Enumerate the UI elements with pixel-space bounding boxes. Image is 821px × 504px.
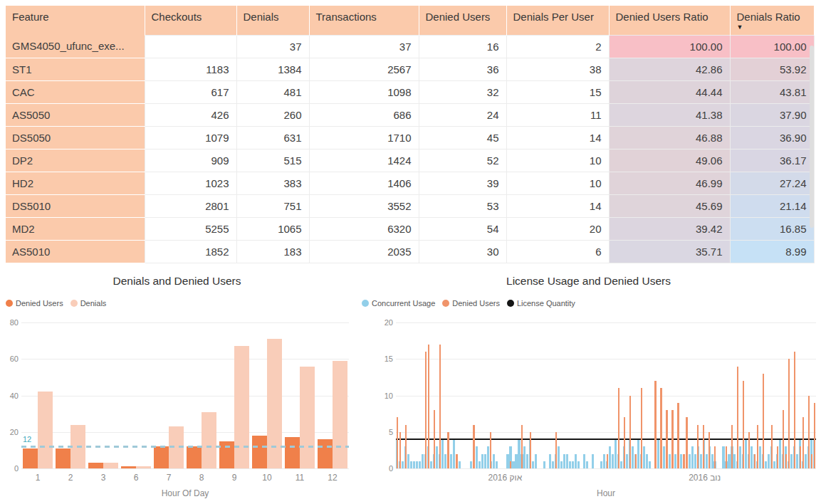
- denied-users-bar[interactable]: [757, 425, 758, 469]
- legend-item[interactable]: Denied Users: [6, 299, 63, 308]
- concurrent-usage-bar[interactable]: [416, 461, 418, 468]
- concurrent-usage-bar[interactable]: [453, 439, 455, 468]
- concurrent-usage-bar[interactable]: [643, 446, 645, 468]
- denied-users-bar[interactable]: [439, 345, 441, 468]
- concurrent-usage-bar[interactable]: [484, 454, 486, 469]
- denied-users-bar[interactable]: [708, 432, 710, 468]
- legend-item[interactable]: Denied Users: [442, 299, 500, 308]
- concurrent-usage-bar[interactable]: [603, 454, 605, 469]
- denied-users-bar[interactable]: [671, 410, 673, 468]
- denied-users-bar[interactable]: [399, 432, 401, 468]
- concurrent-usage-bar[interactable]: [796, 454, 798, 469]
- denied-users-bar[interactable]: [473, 425, 474, 469]
- concurrent-usage-bar[interactable]: [674, 454, 676, 469]
- denied-users-bar[interactable]: [510, 461, 511, 468]
- denied-users-bar[interactable]: [763, 374, 764, 468]
- denied-users-bar[interactable]: [252, 436, 267, 468]
- denied-users-bar[interactable]: [187, 446, 202, 468]
- concurrent-usage-bar[interactable]: [523, 446, 525, 468]
- concurrent-usage-bar[interactable]: [577, 461, 580, 468]
- concurrent-usage-bar[interactable]: [609, 446, 611, 468]
- concurrent-usage-bar[interactable]: [402, 461, 404, 468]
- concurrent-usage-bar[interactable]: [563, 454, 565, 469]
- concurrent-usage-bar[interactable]: [532, 461, 534, 468]
- concurrent-usage-bar[interactable]: [422, 454, 424, 469]
- denied-users-bar[interactable]: [808, 396, 810, 469]
- concurrent-usage-bar[interactable]: [790, 454, 793, 469]
- denied-users-bar[interactable]: [754, 454, 755, 469]
- concurrent-usage-bar[interactable]: [722, 446, 724, 468]
- concurrent-usage-bar[interactable]: [583, 454, 585, 469]
- concurrent-usage-bar[interactable]: [515, 454, 517, 469]
- concurrent-usage-bar[interactable]: [728, 454, 730, 469]
- denied-users-bar[interactable]: [654, 381, 656, 468]
- denied-users-bar[interactable]: [154, 446, 169, 468]
- denied-users-bar[interactable]: [743, 381, 744, 468]
- concurrent-usage-bar[interactable]: [444, 454, 446, 469]
- denials-bar[interactable]: [103, 463, 118, 468]
- denied-users-bar[interactable]: [802, 417, 804, 468]
- concurrent-usage-bar[interactable]: [549, 454, 551, 469]
- concurrent-usage-bar[interactable]: [543, 461, 545, 468]
- legend-item[interactable]: License Quantity: [507, 299, 575, 308]
- concurrent-usage-bar[interactable]: [479, 461, 481, 468]
- concurrent-usage-bar[interactable]: [632, 446, 634, 468]
- denied-users-bar[interactable]: [703, 425, 704, 469]
- concurrent-usage-bar[interactable]: [711, 454, 713, 469]
- denied-users-bar[interactable]: [697, 425, 699, 469]
- concurrent-usage-bar[interactable]: [506, 454, 508, 469]
- concurrent-usage-bar[interactable]: [637, 439, 639, 468]
- concurrent-usage-bar[interactable]: [518, 439, 520, 468]
- denials-bar[interactable]: [267, 339, 282, 468]
- concurrent-usage-bar[interactable]: [805, 454, 807, 469]
- denied-users-bar[interactable]: [814, 403, 815, 468]
- column-header-feature[interactable]: Feature: [6, 6, 145, 35]
- table-scrollbar[interactable]: [810, 46, 814, 228]
- concurrent-usage-bar[interactable]: [419, 461, 421, 468]
- denied-users-bar[interactable]: [641, 388, 642, 468]
- denied-users-bar[interactable]: [397, 417, 398, 468]
- denied-users-bar[interactable]: [490, 432, 491, 468]
- denied-users-bar[interactable]: [456, 454, 457, 469]
- denied-users-bar[interactable]: [56, 448, 70, 468]
- concurrent-usage-bar[interactable]: [689, 454, 691, 469]
- concurrent-usage-bar[interactable]: [765, 461, 767, 468]
- denied-users-bar[interactable]: [624, 417, 625, 468]
- denied-users-bar[interactable]: [285, 437, 300, 468]
- denials-bar[interactable]: [300, 367, 315, 469]
- concurrent-usage-bar[interactable]: [535, 454, 537, 469]
- concurrent-usage-bar[interactable]: [694, 454, 696, 469]
- denied-users-bar[interactable]: [521, 425, 523, 469]
- column-header-denials[interactable]: Denials: [236, 6, 309, 35]
- denied-users-bar[interactable]: [88, 463, 103, 468]
- concurrent-usage-bar[interactable]: [773, 461, 775, 468]
- concurrent-usage-bar[interactable]: [733, 454, 736, 469]
- concurrent-usage-bar[interactable]: [706, 454, 708, 469]
- denied-users-bar[interactable]: [447, 432, 449, 468]
- concurrent-usage-bar[interactable]: [552, 461, 554, 468]
- denied-users-bar[interactable]: [425, 352, 427, 468]
- concurrent-usage-bar[interactable]: [575, 454, 577, 469]
- column-header-denied-users[interactable]: Denied Users: [419, 6, 506, 35]
- concurrent-usage-bar[interactable]: [512, 461, 514, 468]
- denied-users-bar[interactable]: [783, 410, 784, 468]
- concurrent-usage-bar[interactable]: [572, 461, 574, 468]
- denied-users-bar[interactable]: [555, 432, 557, 468]
- concurrent-usage-bar[interactable]: [436, 446, 438, 468]
- denied-users-bar[interactable]: [318, 439, 333, 468]
- denied-users-bar[interactable]: [121, 466, 136, 468]
- column-header-denials-per-user[interactable]: Denials Per User: [506, 6, 609, 35]
- denied-users-bar[interactable]: [683, 454, 684, 469]
- concurrent-usage-bar[interactable]: [586, 461, 588, 468]
- concurrent-usage-bar[interactable]: [441, 439, 444, 468]
- concurrent-usage-bar[interactable]: [459, 461, 461, 468]
- concurrent-usage-bar[interactable]: [680, 454, 682, 469]
- concurrent-usage-bar[interactable]: [691, 446, 694, 468]
- denied-users-bar[interactable]: [405, 425, 407, 469]
- denials-bar[interactable]: [202, 412, 216, 468]
- denied-users-bar[interactable]: [737, 367, 738, 469]
- concurrent-usage-bar[interactable]: [560, 461, 563, 468]
- concurrent-usage-bar[interactable]: [413, 461, 415, 468]
- denied-users-bar[interactable]: [777, 446, 778, 468]
- legend-item[interactable]: Concurrent Usage: [362, 299, 435, 308]
